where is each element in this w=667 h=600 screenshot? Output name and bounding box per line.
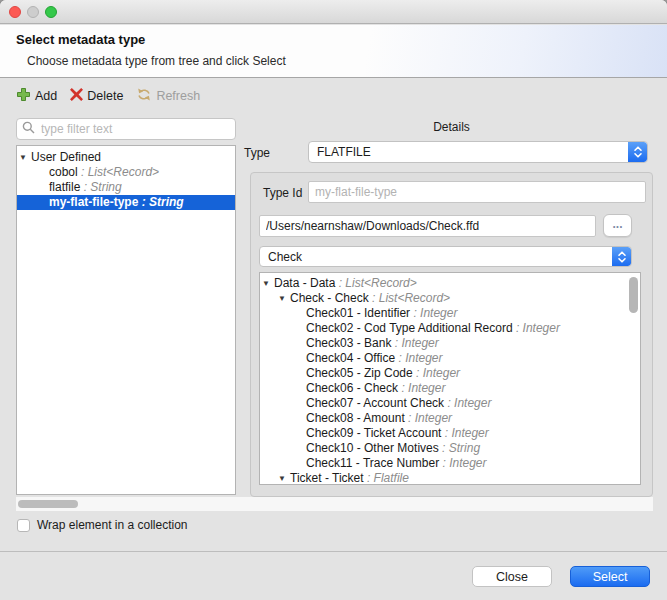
- horizontal-scrollbar-thumb[interactable]: [18, 500, 78, 508]
- item-name: User Defined: [31, 150, 101, 164]
- disclosure-triangle-icon[interactable]: ▼: [278, 291, 290, 306]
- wrap-collection-checkbox[interactable]: [17, 519, 30, 532]
- metadata-type-tree: ▼User Definedcobol : List<Record>flatfil…: [16, 145, 236, 495]
- dropdown-stepper-icon: [612, 247, 631, 266]
- tree-item[interactable]: Check01 - Identifier : Integer: [260, 306, 640, 321]
- item-type: : Integer: [439, 456, 486, 470]
- item-type: : String: [138, 195, 183, 209]
- disclosure-triangle-icon[interactable]: ▼: [19, 150, 31, 165]
- refresh-button-label: Refresh: [156, 89, 200, 103]
- tree-item[interactable]: cobol : List<Record>: [17, 165, 235, 180]
- tree-item[interactable]: Check05 - Zip Code : Integer: [260, 366, 640, 381]
- item-name: my-flat-file-type: [49, 195, 138, 209]
- item-type: : List<Record>: [369, 291, 450, 305]
- type-id-input: [308, 181, 646, 203]
- tree-item[interactable]: my-flat-file-type : String: [17, 195, 235, 210]
- item-type: : List<Record>: [78, 165, 159, 179]
- type-field-label: Type: [244, 146, 270, 160]
- item-name: Data - Data: [274, 276, 335, 290]
- item-name: Check05 - Zip Code: [306, 366, 413, 380]
- item-type: : Integer: [413, 366, 460, 380]
- record-dropdown-value: Check: [260, 250, 612, 264]
- item-type: : Integer: [410, 306, 457, 320]
- item-name: Check11 - Trace Number: [306, 456, 439, 470]
- close-button[interactable]: Close: [472, 566, 552, 587]
- record-dropdown[interactable]: Check: [259, 246, 632, 267]
- search-icon: [22, 120, 35, 138]
- tree-item[interactable]: Check08 - Amount : Integer: [260, 411, 640, 426]
- record-structure-tree: ▼Data - Data : List<Record>▼Check - Chec…: [259, 272, 641, 485]
- item-type: : List<Record>: [335, 276, 416, 290]
- item-type: : Integer: [513, 321, 560, 335]
- refresh-icon: [136, 87, 152, 105]
- horizontal-scrollbar[interactable]: [16, 497, 653, 511]
- item-name: Check07 - Account Check: [306, 396, 444, 410]
- item-type: : Integer: [398, 381, 445, 395]
- tree-item[interactable]: flatfile : String: [17, 180, 235, 195]
- title-bar: [0, 0, 667, 24]
- details-section-title: Details: [250, 120, 653, 134]
- dialog-header: Select metadata type Choose metadata typ…: [0, 25, 667, 78]
- footer-divider: [0, 551, 667, 552]
- page-subtitle: Choose metadata type from tree and click…: [27, 54, 286, 68]
- zoom-window-button[interactable]: [45, 6, 57, 18]
- tree-item[interactable]: Check07 - Account Check : Integer: [260, 396, 640, 411]
- item-type: : Integer: [395, 351, 442, 365]
- delete-button[interactable]: Delete: [70, 88, 123, 104]
- tree-item[interactable]: Check02 - Cod Type Additional Record : I…: [260, 321, 640, 336]
- vertical-scrollbar-thumb[interactable]: [629, 277, 638, 313]
- item-type: : String: [80, 180, 121, 194]
- flatfile-details-group: Type Id ... Check ▼Data - Data : List<Re…: [250, 172, 653, 497]
- select-metadata-type-dialog: Select metadata type Choose metadata typ…: [0, 0, 667, 600]
- add-button[interactable]: Add: [16, 87, 57, 105]
- delete-x-icon: [70, 88, 83, 104]
- wrap-collection-label: Wrap element in a collection: [37, 518, 188, 532]
- item-name: Check01 - Identifier: [306, 306, 410, 320]
- tree-item[interactable]: ▼Ticket - Ticket : Flatfile: [260, 471, 640, 485]
- dropdown-stepper-icon: [628, 142, 647, 162]
- type-dropdown[interactable]: FLATFILE: [308, 141, 648, 163]
- minimize-window-button[interactable]: [27, 6, 39, 18]
- type-dropdown-value: FLATFILE: [309, 145, 628, 159]
- tree-item[interactable]: Check06 - Check : Integer: [260, 381, 640, 396]
- close-window-button[interactable]: [9, 6, 21, 18]
- item-name: Check02 - Cod Type Additional Record: [306, 321, 513, 335]
- delete-button-label: Delete: [87, 89, 123, 103]
- item-name: Check04 - Office: [306, 351, 395, 365]
- item-type: : Integer: [405, 411, 452, 425]
- file-path-input[interactable]: [259, 215, 596, 237]
- select-button[interactable]: Select: [570, 566, 650, 587]
- browse-file-button[interactable]: ...: [603, 214, 632, 237]
- tree-item[interactable]: ▼User Defined: [17, 150, 235, 165]
- tree-item[interactable]: Check09 - Ticket Account : Integer: [260, 426, 640, 441]
- item-name: cobol: [49, 165, 78, 179]
- item-name: Check08 - Amount: [306, 411, 405, 425]
- disclosure-triangle-icon[interactable]: ▼: [278, 471, 290, 485]
- tree-item[interactable]: ▼Data - Data : List<Record>: [260, 276, 640, 291]
- add-button-label: Add: [35, 89, 57, 103]
- tree-item[interactable]: Check04 - Office : Integer: [260, 351, 640, 366]
- filter-box: [16, 118, 236, 140]
- add-plus-icon: [16, 87, 31, 105]
- tree-item[interactable]: Check03 - Bank : Integer: [260, 336, 640, 351]
- tree-item[interactable]: ▼Check - Check : List<Record>: [260, 291, 640, 306]
- item-type: : Integer: [441, 426, 488, 440]
- toolbar: Add Delete Refresh: [16, 87, 200, 105]
- type-id-label: Type Id: [263, 186, 302, 200]
- tree-item[interactable]: Check10 - Other Motives : String: [260, 441, 640, 456]
- filter-input[interactable]: [39, 121, 230, 137]
- item-type: : Integer: [391, 336, 438, 350]
- item-name: Check - Check: [290, 291, 369, 305]
- item-name: flatfile: [49, 180, 80, 194]
- disclosure-triangle-icon[interactable]: ▼: [262, 276, 274, 291]
- item-name: Ticket - Ticket: [290, 471, 364, 485]
- page-title: Select metadata type: [16, 32, 145, 47]
- item-name: Check09 - Ticket Account: [306, 426, 441, 440]
- item-name: Check06 - Check: [306, 381, 398, 395]
- item-name: Check10 - Other Motives: [306, 441, 439, 455]
- item-type: : String: [439, 441, 480, 455]
- tree-item[interactable]: Check11 - Trace Number : Integer: [260, 456, 640, 471]
- item-name: Check03 - Bank: [306, 336, 391, 350]
- refresh-button: Refresh: [136, 87, 200, 105]
- item-type: : Integer: [444, 396, 491, 410]
